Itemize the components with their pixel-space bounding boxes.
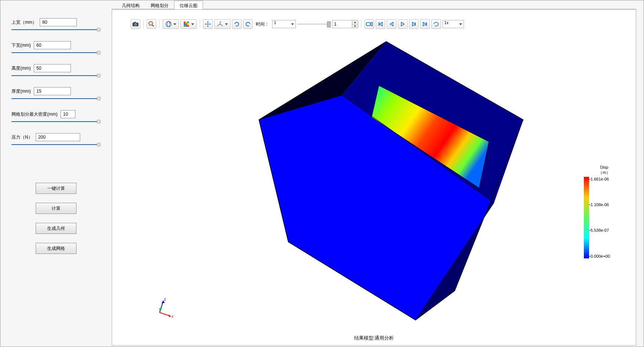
mesh-max-input[interactable]	[61, 110, 75, 118]
axes-xyz-icon: zxy	[217, 21, 223, 27]
toolbar-separator	[143, 20, 144, 28]
skip-first-icon	[378, 22, 383, 27]
generate-mesh-button[interactable]: 生成网格	[36, 243, 76, 254]
param-group-thickness: 厚度(mm)	[12, 84, 101, 103]
legend-colorbar	[584, 177, 589, 258]
param-group-top-width: 上宽（mm）	[12, 15, 101, 34]
pressure-slider[interactable]	[12, 142, 101, 147]
calc-button[interactable]: 计算	[36, 203, 76, 214]
height-input[interactable]	[34, 64, 71, 72]
svg-rect-12	[184, 23, 186, 25]
svg-text:z: z	[164, 297, 166, 301]
height-label: 高度(mm)	[12, 65, 31, 72]
svg-text:x: x	[171, 314, 173, 318]
pressure-input[interactable]	[36, 133, 80, 141]
record-button[interactable]	[365, 19, 374, 29]
play-icon	[400, 22, 405, 27]
svg-point-8	[169, 22, 171, 23]
pressure-label: 压力（N）	[12, 134, 33, 141]
svg-rect-9	[184, 22, 186, 23]
svg-point-49	[159, 308, 161, 310]
rotate-cw-button[interactable]	[232, 19, 242, 29]
frame-spinner[interactable]: 1 ▲▼	[332, 20, 358, 28]
svg-point-3	[135, 24, 136, 25]
one-click-calc-button[interactable]: 一键计算	[36, 183, 76, 194]
model-caption: 结果模型:通用分析	[354, 335, 394, 341]
first-frame-button[interactable]	[376, 19, 385, 29]
svg-text:x: x	[222, 25, 223, 27]
skip-last-icon	[422, 22, 428, 27]
param-group-mesh-max: 网格划分最大密度(mm)	[12, 107, 101, 126]
rubik-cube-icon	[183, 21, 190, 27]
palette-globe-icon	[165, 21, 172, 27]
top-width-input[interactable]	[40, 18, 77, 26]
bottom-width-slider[interactable]	[12, 50, 101, 55]
toolbar-separator	[361, 20, 362, 28]
rotate-ccw-button[interactable]	[243, 19, 253, 29]
legend-ticks: 1.661e-06 1.108e-06 5.538e-07 0.000e+00	[589, 177, 625, 258]
chevron-down-icon	[459, 23, 462, 25]
generate-geometry-button[interactable]: 生成几何	[36, 223, 76, 234]
svg-rect-15	[184, 25, 186, 27]
tab-mesh[interactable]: 网格划分	[145, 1, 174, 9]
svg-rect-17	[187, 25, 189, 27]
svg-line-22	[218, 24, 220, 26]
mesh-max-slider[interactable]	[12, 119, 101, 124]
playback-speed-dropdown[interactable]: 1x	[442, 20, 464, 28]
view-mode-button[interactable]	[163, 19, 179, 29]
next-frame-button[interactable]	[409, 19, 419, 29]
chevron-down-icon	[225, 23, 228, 25]
thickness-input[interactable]	[34, 87, 71, 95]
colormap-button[interactable]	[180, 19, 197, 29]
legend-title: Disp （m）	[584, 165, 625, 175]
param-group-bottom-width: 下宽(mm)	[12, 38, 101, 57]
chevron-down-icon	[173, 23, 176, 25]
play-button[interactable]	[398, 19, 408, 29]
orientation-button[interactable]: zxy	[214, 19, 231, 29]
svg-rect-13	[186, 23, 187, 25]
tab-displacement-contour[interactable]: 位移云图	[174, 1, 203, 9]
thickness-slider[interactable]	[12, 96, 101, 101]
last-frame-button[interactable]	[420, 19, 430, 29]
zoom-flash-button[interactable]	[147, 19, 156, 29]
spinner-down[interactable]: ▼	[352, 24, 358, 28]
pan-button[interactable]	[203, 19, 213, 29]
top-width-label: 上宽（mm）	[12, 19, 37, 26]
time-slider[interactable]	[297, 23, 331, 25]
bottom-width-input[interactable]	[34, 41, 71, 49]
color-legend: Disp （m） 1.661e-06 1.108e-06 5.538e-07 0…	[584, 165, 625, 258]
magnifier-flash-icon	[148, 21, 155, 27]
spinner-up[interactable]: ▲	[352, 20, 358, 24]
loop-icon	[433, 22, 439, 27]
step-back-icon	[389, 22, 394, 27]
tab-geometry[interactable]: 几何结构	[116, 1, 145, 9]
video-camera-icon	[366, 22, 373, 27]
mesh-max-label: 网格划分最大密度(mm)	[12, 111, 58, 118]
parameter-sidebar: 上宽（mm） 下宽(mm) 高度(mm) 厚度(mm)	[0, 0, 112, 347]
bottom-width-label: 下宽(mm)	[12, 42, 31, 49]
3d-viewport[interactable]: x z Disp （m） 1.661e-06	[112, 31, 636, 345]
camera-icon	[132, 22, 139, 27]
toolbar-separator	[200, 20, 200, 28]
action-buttons: 一键计算 计算 生成几何 生成网格	[12, 183, 101, 254]
svg-line-5	[152, 25, 154, 26]
prev-frame-button[interactable]	[387, 19, 396, 29]
time-dropdown[interactable]: 1	[272, 20, 296, 28]
viewport-frame: zxy 时间： 1 1 ▲▼	[112, 9, 636, 346]
rotate-cw-icon	[233, 21, 240, 27]
time-label: 时间：	[256, 21, 269, 27]
loop-button[interactable]	[431, 19, 441, 29]
screenshot-button[interactable]	[131, 19, 140, 29]
model-render	[112, 31, 636, 345]
svg-rect-16	[186, 25, 187, 27]
top-width-slider[interactable]	[12, 27, 101, 32]
toolbar-separator	[159, 20, 160, 28]
height-slider[interactable]	[12, 73, 101, 78]
svg-text:z: z	[220, 21, 222, 23]
viewport-toolbar: zxy 时间： 1 1 ▲▼	[120, 17, 636, 31]
thickness-label: 厚度(mm)	[12, 88, 31, 95]
chevron-down-icon	[191, 23, 194, 25]
param-group-height: 高度(mm)	[12, 61, 101, 80]
svg-rect-26	[366, 23, 370, 26]
chevron-down-icon	[291, 23, 294, 25]
